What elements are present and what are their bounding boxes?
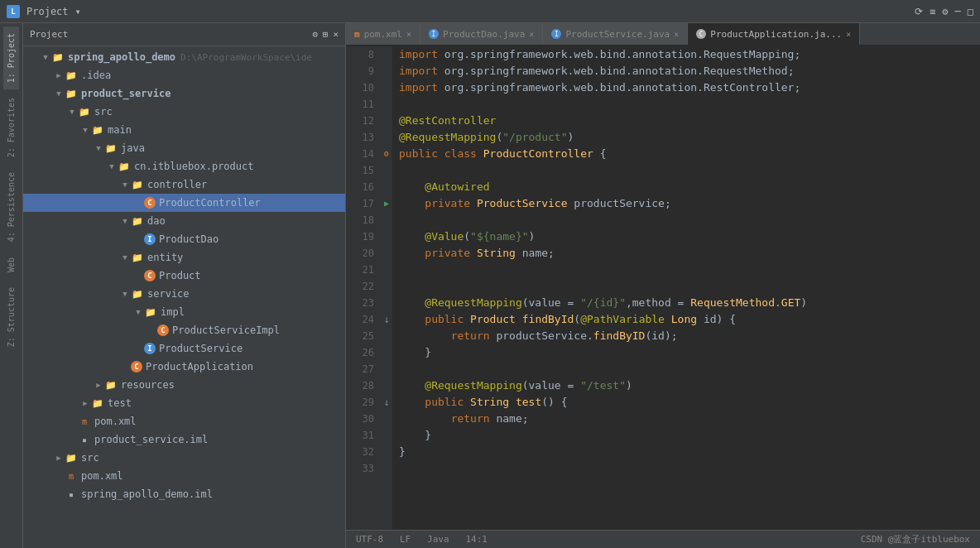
tree-item-entity[interactable]: ▼ 📁 entity [23,248,345,267]
arrow-idea: ▶ [53,70,65,81]
gutter-17[interactable]: ▶ [381,195,392,212]
code-line-21 [399,262,973,278]
tree-item-impl[interactable]: ▼ 📁 impl [23,303,345,321]
tree-label-pom-product: pom.xml [94,416,137,427]
tree-item-product-dao[interactable]: I ProductDao [23,230,345,248]
code-line-16: @Autowired [399,179,973,195]
tree-label-controller: controller [147,179,207,190]
tree-item-test[interactable]: ▶ 📁 test [23,394,345,412]
config-icon[interactable]: ≡ [930,6,935,17]
tree-label-src-root: src [81,452,99,464]
folder-icon: 📁 [104,142,118,155]
code-line-12: @RestController [399,113,973,129]
iml-icon: ▪ [78,433,91,446]
tree-item-package[interactable]: ▼ 📁 cn.itbluebox.product [23,157,345,175]
tree-item-src-root[interactable]: ▶ 📁 src [23,449,345,467]
code-line-14: public class ProductController { [399,146,973,162]
gutter-30 [381,411,392,427]
status-left: UTF-8 LF Java 14:1 [356,534,488,545]
gutter-23 [381,295,392,311]
tab-app[interactable]: C ProductApplication.ja... × [688,23,860,45]
tree-item-product[interactable]: C Product [23,267,345,285]
main-layout: 1: Project 2: Favorites 4: Persistence W… [0,23,980,548]
tree-item-spring-iml[interactable]: ▪ spring_apollo_demo.iml [23,485,345,503]
folder-icon: 📁 [91,397,104,410]
minimize-icon[interactable]: ─ [955,6,961,17]
gutter-21 [381,262,392,278]
code-line-25: return productService.findByID(id); [399,328,973,344]
tree-item-product-service[interactable]: ▼ 📁 product_service [23,84,345,103]
code-line-11 [399,96,973,113]
sidebar-tab-persistence[interactable]: 4: Persistence [3,166,19,248]
code-editor: 8 9 10 11 12 13 14 15 16 17 18 19 20 21 … [346,46,980,530]
status-right: CSDN @蓝盒子itbluebox [861,533,970,546]
file-tree-panel: Project ⚙ ⊞ × ▼ 📁 spring_apollo_demo D:\… [23,23,346,548]
maximize-icon[interactable]: □ [968,6,973,17]
gutter: ⚙ ▶ ↓ ↓ [381,46,392,530]
code-line-19: @Value("${name}") [399,228,973,245]
gutter-13 [381,129,392,146]
folder-icon: 📁 [131,178,144,191]
tree-item-resources[interactable]: ▶ 📁 resources [23,376,345,394]
tree-item-controller[interactable]: ▼ 📁 controller [23,175,345,194]
code-line-18 [399,212,973,228]
sidebar-tab-web[interactable]: Web [3,251,19,279]
tree-item-product-service-file[interactable]: I ProductService [23,339,345,358]
folder-icon: 📁 [131,287,144,300]
tree-item-product-controller[interactable]: C ProductController [23,194,345,212]
code-content[interactable]: import org.springframework.web.bind.anno… [392,46,980,530]
gutter-27 [381,361,392,377]
code-line-24: public Product findById(@PathVariable Lo… [399,311,973,328]
tree-item-spring-apollo-demo[interactable]: ▼ 📁 spring_apollo_demo D:\AProgramWorkSp… [23,48,345,66]
gutter-29: ↓ [381,394,392,411]
java-class-icon: C [144,197,156,209]
tab-label-app: ProductApplication.ja... [710,29,842,40]
code-line-20: private String name; [399,245,973,262]
tab-icon-dao: I [429,29,439,39]
tab-dao[interactable]: I ProductDao.java × [420,23,543,45]
panel-close-icon[interactable]: × [333,29,339,40]
tab-close-app[interactable]: × [846,30,851,39]
tree-item-product-application[interactable]: C ProductApplication [23,358,345,376]
tree-label-product-controller: ProductController [159,197,261,209]
folder-icon: 📁 [118,160,131,173]
gutter-14[interactable]: ⚙ [381,146,392,162]
folder-icon: 📁 [65,451,78,464]
tree-item-service[interactable]: ▼ 📁 service [23,285,345,303]
tab-service[interactable]: I ProductService.java × [543,23,688,45]
sidebar-tab-structure[interactable]: Z: Structure [3,281,19,353]
tab-close-pom[interactable]: × [406,30,411,39]
tree-item-main[interactable]: ▼ 📁 main [23,121,345,139]
sidebar-tabs: 1: Project 2: Favorites 4: Persistence W… [0,23,23,548]
folder-icon: 📁 [91,123,104,137]
java-interface-icon: I [144,233,156,245]
tree-label-spring-iml: spring_apollo_demo.iml [81,488,213,500]
settings-icon[interactable]: ⚙ [942,6,948,17]
line-numbers: 8 9 10 11 12 13 14 15 16 17 18 19 20 21 … [346,46,381,530]
tree-item-product-service-impl[interactable]: C ProductServiceImpl [23,321,345,339]
tree-item-java[interactable]: ▼ 📁 java [23,139,345,157]
sidebar-tab-favorites[interactable]: 2: Favorites [3,91,19,164]
title-actions: ⟳ ≡ ⚙ ─ □ [915,6,973,17]
tab-pom[interactable]: m pom.xml × [346,23,420,45]
xml-icon: m [65,469,78,483]
panel-layout-icon[interactable]: ⊞ [323,29,329,40]
tree-item-src[interactable]: ▼ 📁 src [23,103,345,121]
tree-item-pom-root[interactable]: m pom.xml [23,467,345,485]
tree-item-pom-product[interactable]: m pom.xml [23,412,345,430]
sync-icon[interactable]: ⟳ [915,6,923,17]
tree-item-idea[interactable]: ▶ 📁 .idea [23,66,345,84]
gutter-24: ↓ [381,311,392,328]
tree-label-entity: entity [147,252,183,263]
sidebar-tab-project[interactable]: 1: Project [3,26,19,89]
tree-item-dao[interactable]: ▼ 📁 dao [23,212,345,230]
tree-label-service: service [147,288,190,300]
panel-gear-icon[interactable]: ⚙ [312,29,318,40]
tree-label-product-service-impl: ProductServiceImpl [172,324,280,336]
tree-item-product-iml[interactable]: ▪ product_service.iml [23,430,345,449]
tab-bar: m pom.xml × I ProductDao.java × I Produc… [346,23,980,46]
tab-close-dao[interactable]: × [529,30,534,39]
tab-close-service[interactable]: × [674,30,679,39]
code-line-32: } [399,444,973,460]
gutter-26 [381,344,392,361]
